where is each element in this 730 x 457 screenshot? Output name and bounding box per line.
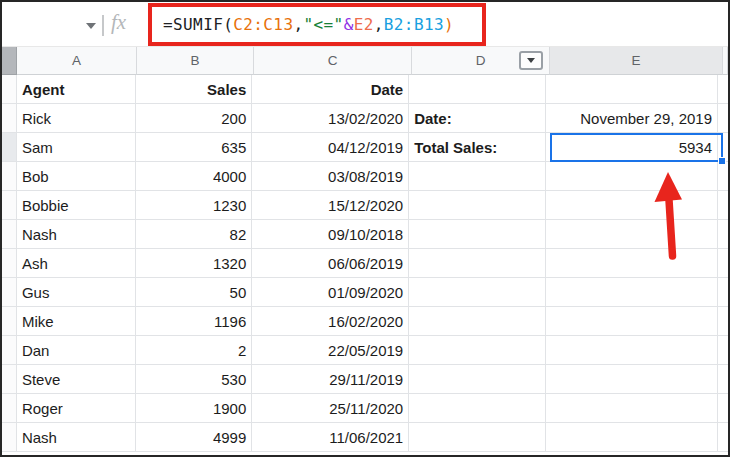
cell-B13[interactable]: 4999 [136,423,252,452]
column-header-e[interactable]: E [550,47,723,75]
cell-B3[interactable]: 635 [136,133,252,162]
cell-C13[interactable]: 11/06/2021 [252,423,409,452]
formula-highlight-box: =SUMIF(C2:C13,"<="&E2,B2:B13) [148,3,486,46]
row-header-13[interactable] [2,423,17,452]
cell-A2[interactable]: Rick [17,104,136,133]
cell-A9[interactable]: Mike [17,307,136,336]
cell-C9[interactable]: 16/02/2020 [252,307,409,336]
cell-A11[interactable]: Steve [17,365,136,394]
row-header-6[interactable] [2,220,17,249]
cell-overflow-7 [718,249,728,278]
column-header-row: A B C D E [2,47,728,75]
cell-B4[interactable]: 4000 [136,162,252,191]
formula-token-4: & [344,15,354,34]
cell-C4[interactable]: 03/08/2019 [252,162,409,191]
cell-E2[interactable]: November 29, 2019 [546,104,718,133]
cell-E8[interactable] [546,278,718,307]
row-header-10[interactable] [2,336,17,365]
row-header-11[interactable] [2,365,17,394]
cell-E7[interactable] [546,249,718,278]
formula-token-0: =SUMIF( [163,15,233,34]
cell-D4[interactable] [409,162,546,191]
cell-D3[interactable]: Total Sales: [409,133,546,162]
cell-E13[interactable] [546,423,718,452]
formula-token-6: , [374,15,384,34]
row-header-8[interactable] [2,278,17,307]
cell-B1[interactable]: Sales [136,75,252,104]
cell-E12[interactable] [546,394,718,423]
cell-D12[interactable] [409,394,546,423]
cell-B12[interactable]: 1900 [136,394,252,423]
cell-A5[interactable]: Bobbie [17,191,136,220]
cell-E10[interactable] [546,336,718,365]
cell-B8[interactable]: 50 [136,278,252,307]
cell-B11[interactable]: 530 [136,365,252,394]
cell-B9[interactable]: 1196 [136,307,252,336]
cell-B2[interactable]: 200 [136,104,252,133]
cell-A12[interactable]: Roger [17,394,136,423]
name-box-dropdown-icon[interactable] [86,23,96,29]
row-header-2[interactable] [2,104,17,133]
cell-C1[interactable]: Date [252,75,409,104]
cell-A8[interactable]: Gus [17,278,136,307]
formula-token-3: "<=" [303,15,343,34]
cell-C2[interactable]: 13/02/2020 [252,104,409,133]
cell-A13[interactable]: Nash [17,423,136,452]
cell-E4[interactable] [546,162,718,191]
row-header-3[interactable] [2,133,17,162]
column-header-d[interactable]: D [412,47,550,75]
row-header-7[interactable] [2,249,17,278]
column-header-overflow [723,47,728,75]
cell-A6[interactable]: Nash [17,220,136,249]
cell-C12[interactable]: 25/11/2020 [252,394,409,423]
formula-input[interactable]: =SUMIF(C2:C13,"<="&E2,B2:B13) [152,7,482,42]
cell-A1[interactable]: Agent [17,75,136,104]
row-header-5[interactable] [2,191,17,220]
cell-D2[interactable]: Date: [409,104,546,133]
cell-D6[interactable] [409,220,546,249]
cell-A4[interactable]: Bob [17,162,136,191]
select-all-corner[interactable] [2,47,17,75]
cell-C11[interactable]: 29/11/2019 [252,365,409,394]
row-header-12[interactable] [2,394,17,423]
row-header-1[interactable] [2,75,17,104]
sheet-row-1: AgentSalesDate [2,75,728,104]
cell-overflow-6 [718,220,728,249]
column-header-a[interactable]: A [17,47,137,75]
cell-D10[interactable] [409,336,546,365]
row-header-4[interactable] [2,162,17,191]
cell-C5[interactable]: 15/12/2020 [252,191,409,220]
cell-B6[interactable]: 82 [136,220,252,249]
cell-C3[interactable]: 04/12/2019 [252,133,409,162]
column-header-b[interactable]: B [137,47,254,75]
cell-A10[interactable]: Dan [17,336,136,365]
cell-E11[interactable] [546,365,718,394]
sheet-row-12: Roger190025/11/2020 [2,394,728,423]
cell-E5[interactable] [546,191,718,220]
cell-D13[interactable] [409,423,546,452]
cell-E9[interactable] [546,307,718,336]
cell-B10[interactable]: 2 [136,336,252,365]
cell-A3[interactable]: Sam [17,133,136,162]
column-d-dropdown-button[interactable] [519,51,543,70]
cell-C7[interactable]: 06/06/2019 [252,249,409,278]
cell-B7[interactable]: 1320 [136,249,252,278]
row-header-9[interactable] [2,307,17,336]
cell-E1[interactable] [546,75,718,104]
cell-E3[interactable]: 5934 [546,133,718,162]
fill-handle[interactable] [718,157,726,165]
cell-D5[interactable] [409,191,546,220]
cell-B5[interactable]: 1230 [136,191,252,220]
column-header-c[interactable]: C [254,47,412,75]
cell-D11[interactable] [409,365,546,394]
cell-D1[interactable] [409,75,546,104]
cell-C6[interactable]: 09/10/2018 [252,220,409,249]
cell-D7[interactable] [409,249,546,278]
cell-D8[interactable] [409,278,546,307]
cell-C8[interactable]: 01/09/2020 [252,278,409,307]
cell-overflow-11 [718,365,728,394]
cell-D9[interactable] [409,307,546,336]
cell-A7[interactable]: Ash [17,249,136,278]
cell-C10[interactable]: 22/05/2019 [252,336,409,365]
cell-E6[interactable] [546,220,718,249]
